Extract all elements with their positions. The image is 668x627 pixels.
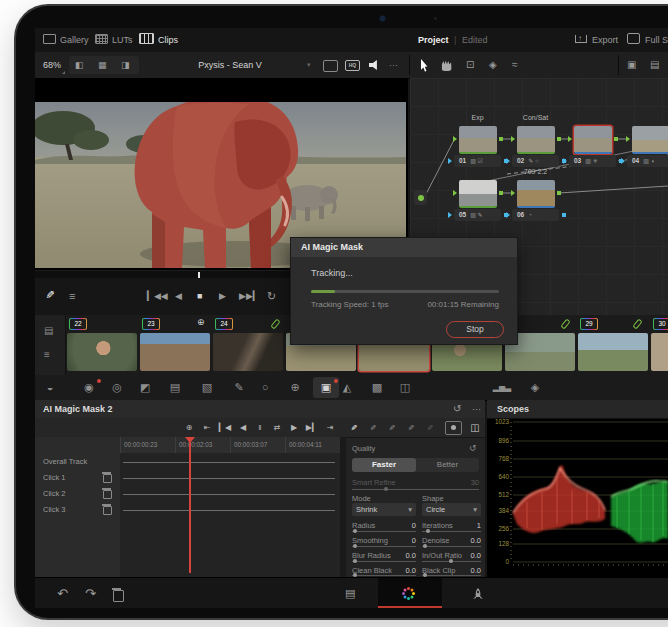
pause-button[interactable]: ‖ xyxy=(252,418,268,437)
export-button[interactable]: Export xyxy=(575,28,618,52)
window-tool[interactable]: ○ xyxy=(255,375,275,400)
node-02[interactable]: Con/Sat 02✎ ○ xyxy=(512,126,559,167)
color-picker-icon[interactable]: ✎ xyxy=(43,290,56,299)
lut-browser-button[interactable]: ▤ xyxy=(650,52,659,78)
picker-tool[interactable]: ✎ xyxy=(229,375,249,400)
magic-mask-tool[interactable]: ▣ xyxy=(316,375,336,400)
clip-title-dropdown[interactable]: Pxysis - Sean V xyxy=(155,52,305,78)
redo-button[interactable]: ↷ xyxy=(85,578,96,608)
audio-icon[interactable] xyxy=(369,60,380,70)
stop-button[interactable]: ■ xyxy=(197,278,202,315)
clip-thumbnail[interactable] xyxy=(213,333,283,371)
deliver-page-button[interactable] xyxy=(471,587,485,601)
timeline-playhead[interactable] xyxy=(189,437,191,573)
layers-tool[interactable]: ◈ xyxy=(489,52,497,78)
curves-tool[interactable]: ◩ xyxy=(135,375,155,400)
color-wheels-tool[interactable]: ◉ xyxy=(79,375,99,400)
faster-option[interactable]: Faster xyxy=(352,458,416,472)
quality-reset-icon[interactable]: ↺ xyxy=(469,443,477,453)
zoom-level-button[interactable]: 68% xyxy=(43,52,61,78)
edit-page-button[interactable]: ▤ xyxy=(345,578,355,608)
stop-button[interactable]: Stop xyxy=(446,321,504,338)
safe-area-icon[interactable] xyxy=(323,60,338,72)
param-slider[interactable] xyxy=(352,561,416,562)
hdr-wheels-tool[interactable]: ◎ xyxy=(107,375,127,400)
param-slider[interactable] xyxy=(352,546,416,547)
mode-dropdown[interactable]: Shrink▾ xyxy=(352,503,416,516)
subtract-point-picker[interactable]: ✎ xyxy=(401,420,420,436)
track-bidirectional-button[interactable]: ⇄ xyxy=(269,418,285,437)
full-screen-button[interactable]: Full Screen xyxy=(627,28,668,52)
param-slider[interactable] xyxy=(422,561,481,562)
panel-more-button[interactable]: ··· xyxy=(472,400,481,418)
panel-reset-icon[interactable]: ↺ xyxy=(453,400,461,418)
node-06[interactable]: 709 2.2 06◔ xyxy=(512,180,559,221)
track-reverse-button[interactable]: ◀ xyxy=(235,418,251,437)
camera-raw-tool[interactable]: ◒ xyxy=(40,375,60,400)
gallery-button[interactable]: Gallery xyxy=(43,28,89,52)
node-01[interactable]: Exp 01▥ ☑ xyxy=(454,126,501,167)
param-slider[interactable] xyxy=(422,575,481,576)
delete-button[interactable] xyxy=(113,590,124,602)
param-slider[interactable] xyxy=(422,531,481,532)
clip-thumbnail[interactable] xyxy=(578,333,648,371)
goto-in-button[interactable]: ⇤ xyxy=(199,418,215,437)
better-option[interactable]: Better xyxy=(416,458,479,472)
blur-tool[interactable]: ◭ xyxy=(337,375,357,400)
delete-track-icon[interactable] xyxy=(103,474,112,483)
add-stroke-picker[interactable]: ✎ xyxy=(344,420,363,436)
stabilizer-tool[interactable]: ◫ xyxy=(395,375,415,400)
color-page-button[interactable] xyxy=(407,592,410,595)
keyframes-toggle[interactable]: ◈ xyxy=(525,375,545,400)
mixer-tool[interactable]: ≈ xyxy=(512,52,518,78)
goto-out-button[interactable]: ⇥ xyxy=(322,418,338,437)
mask-overlay-button[interactable]: ◫ xyxy=(467,418,483,437)
qualifier-tool[interactable]: ▤ xyxy=(165,375,185,400)
node-04[interactable]: 04▥ ◑ xyxy=(627,126,668,167)
timeline-lanes[interactable] xyxy=(120,453,340,577)
undo-button[interactable]: ↶ xyxy=(57,578,68,608)
delete-track-icon[interactable] xyxy=(103,506,112,515)
scopes-toggle[interactable]: ▂▅▃ xyxy=(492,375,512,400)
node-05[interactable]: 05▥ ✎ xyxy=(454,180,501,221)
source-node[interactable] xyxy=(414,190,427,205)
track-forward-button[interactable]: ▶ xyxy=(286,418,302,437)
timeline-ruler[interactable]: 00:00:00:23 00:00:02:03 00:00:03:07 00:0… xyxy=(120,437,340,454)
subtract-stroke-picker[interactable]: ✎ xyxy=(363,420,382,436)
pointer-tool-icon[interactable] xyxy=(421,59,431,72)
clip-thumbnail[interactable] xyxy=(140,333,210,371)
eraser-picker[interactable]: ✎ xyxy=(420,420,439,436)
stills-button[interactable]: ▣ xyxy=(627,52,636,78)
clip-thumbnail[interactable] xyxy=(67,333,137,371)
tracker-tool[interactable]: ⊕ xyxy=(285,375,305,400)
add-point-picker[interactable]: ✎ xyxy=(382,420,401,436)
clips-view-icon[interactable]: ▤ xyxy=(44,325,53,336)
add-tracker-button[interactable]: ⊕ xyxy=(181,418,197,437)
clips-button[interactable]: Clips xyxy=(139,28,178,52)
param-slider[interactable] xyxy=(352,575,416,576)
shape-dropdown[interactable]: Circle▾ xyxy=(422,503,481,516)
single-view-button[interactable]: ◧ xyxy=(75,56,84,74)
hand-tool-icon[interactable] xyxy=(441,60,452,71)
grid-view-button[interactable]: ▦ xyxy=(98,56,107,74)
play-reverse-button[interactable]: ◀ xyxy=(175,278,182,315)
step-end-button[interactable]: ▶▎ xyxy=(304,418,320,437)
loop-button[interactable]: ↻ xyxy=(267,278,276,315)
hq-toggle[interactable]: HQ xyxy=(345,60,360,71)
skip-start-button[interactable]: ▎◀◀ xyxy=(147,278,168,315)
play-button[interactable]: ▶ xyxy=(219,278,226,315)
delete-track-icon[interactable] xyxy=(103,490,112,499)
wipe-layers-icon[interactable]: ≡ xyxy=(69,278,75,315)
clip-thumbnail[interactable] xyxy=(651,333,668,371)
split-view-button[interactable]: ◨ xyxy=(121,56,130,74)
adjustments-icon[interactable]: ≡ xyxy=(44,349,50,360)
smart-refine-slider[interactable] xyxy=(352,489,479,490)
node-tree-tool[interactable]: ⊡ xyxy=(466,52,474,78)
luts-button[interactable]: LUTs xyxy=(95,28,133,52)
param-slider[interactable] xyxy=(352,531,416,532)
viewer-more-button[interactable]: ··· xyxy=(389,52,398,78)
project-tab[interactable]: Project xyxy=(418,28,449,52)
node-03-selected[interactable]: 03▥ ✳ xyxy=(569,126,616,167)
step-start-button[interactable]: ▎◀ xyxy=(217,418,233,437)
skip-end-button[interactable]: ▶▶▎ xyxy=(239,278,260,315)
